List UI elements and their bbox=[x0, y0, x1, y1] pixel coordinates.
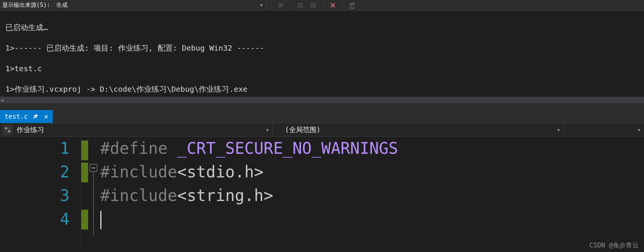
line-number: 3 bbox=[0, 184, 70, 207]
line-number: 4 bbox=[0, 207, 70, 231]
code-editor[interactable]: 1 2 3 4 − #define _CRT_SECURE_NO_WARNING… bbox=[0, 137, 644, 247]
go-to-prev-message-button[interactable] bbox=[276, 1, 286, 10]
close-icon[interactable]: ✕ bbox=[43, 113, 49, 120]
output-source-dropdown[interactable]: 生成 ▼ bbox=[54, 0, 267, 10]
separator bbox=[323, 1, 323, 10]
output-source-value: 生成 bbox=[56, 2, 68, 9]
chevron-down-icon: ▼ bbox=[260, 3, 263, 7]
fold-gutter: − bbox=[88, 137, 99, 247]
clear-output-button[interactable] bbox=[328, 1, 338, 10]
toggle-word-wrap-button[interactable]: abc↵ bbox=[347, 1, 357, 10]
nav-project-name: 作业练习 bbox=[17, 125, 44, 134]
chevron-down-icon: ▼ bbox=[638, 128, 640, 132]
separator bbox=[271, 1, 272, 10]
output-body[interactable]: 已启动生成… 1>------ 已启动生成: 项目: 作业练习, 配置: Deb… bbox=[0, 11, 644, 97]
output-source-label: 显示输出来源(S): bbox=[2, 2, 50, 9]
indent-right-button[interactable] bbox=[309, 1, 318, 10]
editor-tab-active[interactable]: test.c ✕ bbox=[0, 110, 53, 123]
fold-toggle[interactable]: − bbox=[90, 164, 97, 172]
output-line: 已启动生成… bbox=[5, 22, 640, 33]
pin-icon[interactable] bbox=[32, 113, 38, 120]
separator bbox=[342, 1, 343, 10]
editor-nav-bar: 作业练习 ▼ (全局范围) ▼ ▼ bbox=[0, 123, 644, 137]
output-scrollbar[interactable]: ◄ bbox=[0, 97, 644, 103]
panel-gap bbox=[0, 103, 644, 110]
separator bbox=[291, 1, 291, 10]
code-line: #define _CRT_SECURE_NO_WARNINGS bbox=[99, 137, 644, 160]
svg-rect-0 bbox=[5, 127, 7, 129]
clear-icon bbox=[329, 2, 336, 9]
indent-left-button[interactable] bbox=[296, 1, 305, 10]
output-line: 1>------ 已启动生成: 项目: 作业练习, 配置: Debug Win3… bbox=[5, 43, 640, 53]
wrap-icon: abc↵ bbox=[350, 2, 355, 9]
nav-project-icon bbox=[2, 124, 13, 135]
code-line: #include<stdio.h> bbox=[99, 160, 644, 184]
line-number: 2 bbox=[0, 160, 70, 184]
change-mark bbox=[81, 140, 88, 160]
code-line bbox=[99, 207, 644, 231]
output-toolbar: 显示输出来源(S): 生成 ▼ abc↵ bbox=[0, 0, 644, 11]
editor-tab-strip: test.c ✕ bbox=[0, 110, 644, 123]
indent-right-icon bbox=[310, 2, 317, 9]
nav-member-dropdown[interactable]: ▼ bbox=[564, 123, 644, 136]
output-line: 1>test.c bbox=[5, 64, 640, 74]
chevron-down-icon: ▼ bbox=[557, 128, 560, 132]
watermark: CSDN @兔步青云 bbox=[590, 241, 639, 250]
output-line: 1>作业练习.vcxproj -> D:\code\作业练习\Debug\作业练… bbox=[5, 84, 640, 94]
code-area[interactable]: #define _CRT_SECURE_NO_WARNINGS #include… bbox=[99, 137, 644, 247]
change-indicator-bar bbox=[81, 137, 88, 247]
scroll-left-icon: ◄ bbox=[1, 97, 3, 103]
nav-project-dropdown[interactable]: 作业练习 ▼ bbox=[14, 123, 273, 136]
chevron-down-icon: ▼ bbox=[266, 128, 269, 132]
change-mark bbox=[81, 210, 88, 230]
text-caret bbox=[100, 211, 101, 229]
change-mark bbox=[81, 163, 88, 182]
tab-filename: test.c bbox=[5, 113, 28, 120]
line-number-gutter: 1 2 3 4 bbox=[0, 137, 81, 247]
line-number: 1 bbox=[0, 137, 70, 160]
indent-left-icon bbox=[297, 2, 304, 9]
fold-line bbox=[93, 172, 94, 236]
code-line: #include<string.h> bbox=[99, 184, 644, 207]
nav-scope-name: (全局范围) bbox=[285, 125, 321, 134]
nav-scope-dropdown[interactable]: (全局范围) ▼ bbox=[283, 123, 564, 136]
list-up-icon bbox=[278, 2, 285, 9]
svg-rect-1 bbox=[8, 130, 10, 132]
